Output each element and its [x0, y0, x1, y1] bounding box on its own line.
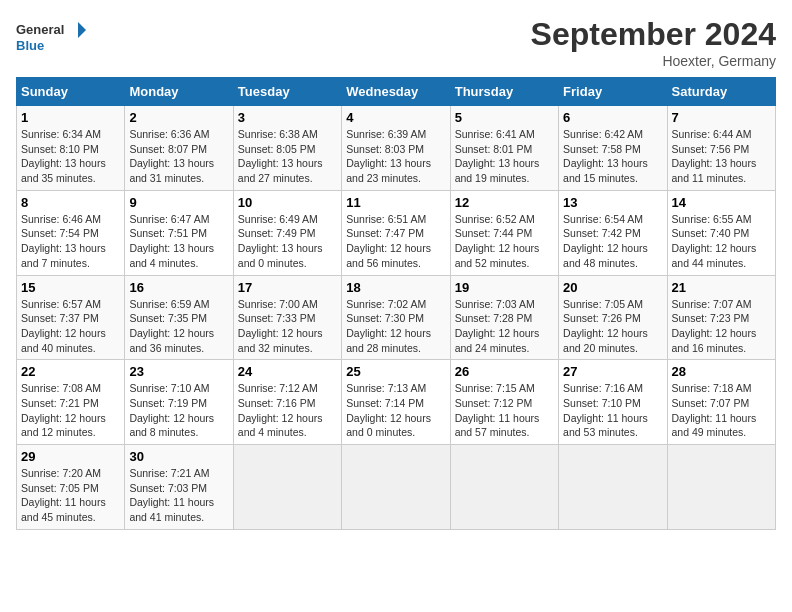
calendar-cell: 18 Sunrise: 7:02 AMSunset: 7:30 PMDaylig… [342, 275, 450, 360]
calendar-cell: 3 Sunrise: 6:38 AMSunset: 8:05 PMDayligh… [233, 106, 341, 191]
day-number: 14 [672, 195, 771, 210]
empty-cell [667, 445, 775, 530]
day-info: Sunrise: 6:41 AMSunset: 8:01 PMDaylight:… [455, 127, 554, 186]
day-number: 16 [129, 280, 228, 295]
empty-cell [450, 445, 558, 530]
calendar-cell: 29 Sunrise: 7:20 AMSunset: 7:05 PMDaylig… [17, 445, 125, 530]
col-friday: Friday [559, 78, 667, 106]
day-number: 12 [455, 195, 554, 210]
day-number: 9 [129, 195, 228, 210]
svg-text:Blue: Blue [16, 38, 44, 53]
day-info: Sunrise: 7:03 AMSunset: 7:28 PMDaylight:… [455, 297, 554, 356]
svg-text:General: General [16, 22, 64, 37]
col-sunday: Sunday [17, 78, 125, 106]
svg-marker-2 [78, 22, 86, 38]
calendar-cell: 25 Sunrise: 7:13 AMSunset: 7:14 PMDaylig… [342, 360, 450, 445]
calendar-cell: 8 Sunrise: 6:46 AMSunset: 7:54 PMDayligh… [17, 190, 125, 275]
calendar-row: 15 Sunrise: 6:57 AMSunset: 7:37 PMDaylig… [17, 275, 776, 360]
col-tuesday: Tuesday [233, 78, 341, 106]
calendar-cell: 23 Sunrise: 7:10 AMSunset: 7:19 PMDaylig… [125, 360, 233, 445]
day-info: Sunrise: 6:51 AMSunset: 7:47 PMDaylight:… [346, 212, 445, 271]
day-number: 10 [238, 195, 337, 210]
header: General Blue September 2024 Hoexter, Ger… [16, 16, 776, 69]
day-info: Sunrise: 6:36 AMSunset: 8:07 PMDaylight:… [129, 127, 228, 186]
empty-cell [342, 445, 450, 530]
day-info: Sunrise: 7:10 AMSunset: 7:19 PMDaylight:… [129, 381, 228, 440]
day-info: Sunrise: 7:21 AMSunset: 7:03 PMDaylight:… [129, 466, 228, 525]
day-info: Sunrise: 7:18 AMSunset: 7:07 PMDaylight:… [672, 381, 771, 440]
calendar-cell: 20 Sunrise: 7:05 AMSunset: 7:26 PMDaylig… [559, 275, 667, 360]
day-info: Sunrise: 7:16 AMSunset: 7:10 PMDaylight:… [563, 381, 662, 440]
calendar-cell: 11 Sunrise: 6:51 AMSunset: 7:47 PMDaylig… [342, 190, 450, 275]
logo-svg: General Blue [16, 16, 86, 58]
calendar-cell: 24 Sunrise: 7:12 AMSunset: 7:16 PMDaylig… [233, 360, 341, 445]
calendar-cell: 28 Sunrise: 7:18 AMSunset: 7:07 PMDaylig… [667, 360, 775, 445]
day-info: Sunrise: 7:20 AMSunset: 7:05 PMDaylight:… [21, 466, 120, 525]
day-number: 2 [129, 110, 228, 125]
calendar-row: 1 Sunrise: 6:34 AMSunset: 8:10 PMDayligh… [17, 106, 776, 191]
calendar-cell: 26 Sunrise: 7:15 AMSunset: 7:12 PMDaylig… [450, 360, 558, 445]
day-info: Sunrise: 7:08 AMSunset: 7:21 PMDaylight:… [21, 381, 120, 440]
day-number: 24 [238, 364, 337, 379]
day-info: Sunrise: 6:52 AMSunset: 7:44 PMDaylight:… [455, 212, 554, 271]
calendar-row: 29 Sunrise: 7:20 AMSunset: 7:05 PMDaylig… [17, 445, 776, 530]
calendar-body: 1 Sunrise: 6:34 AMSunset: 8:10 PMDayligh… [17, 106, 776, 530]
day-number: 26 [455, 364, 554, 379]
day-info: Sunrise: 6:55 AMSunset: 7:40 PMDaylight:… [672, 212, 771, 271]
calendar-cell: 19 Sunrise: 7:03 AMSunset: 7:28 PMDaylig… [450, 275, 558, 360]
calendar-cell: 2 Sunrise: 6:36 AMSunset: 8:07 PMDayligh… [125, 106, 233, 191]
calendar-table: Sunday Monday Tuesday Wednesday Thursday… [16, 77, 776, 530]
location: Hoexter, Germany [531, 53, 776, 69]
calendar-cell: 6 Sunrise: 6:42 AMSunset: 7:58 PMDayligh… [559, 106, 667, 191]
day-info: Sunrise: 6:46 AMSunset: 7:54 PMDaylight:… [21, 212, 120, 271]
month-title: September 2024 [531, 16, 776, 53]
day-info: Sunrise: 6:49 AMSunset: 7:49 PMDaylight:… [238, 212, 337, 271]
calendar-cell: 4 Sunrise: 6:39 AMSunset: 8:03 PMDayligh… [342, 106, 450, 191]
title-block: September 2024 Hoexter, Germany [531, 16, 776, 69]
calendar-header: Sunday Monday Tuesday Wednesday Thursday… [17, 78, 776, 106]
calendar-cell: 30 Sunrise: 7:21 AMSunset: 7:03 PMDaylig… [125, 445, 233, 530]
day-number: 28 [672, 364, 771, 379]
day-number: 17 [238, 280, 337, 295]
day-info: Sunrise: 6:44 AMSunset: 7:56 PMDaylight:… [672, 127, 771, 186]
calendar-row: 22 Sunrise: 7:08 AMSunset: 7:21 PMDaylig… [17, 360, 776, 445]
day-info: Sunrise: 6:59 AMSunset: 7:35 PMDaylight:… [129, 297, 228, 356]
calendar-cell: 10 Sunrise: 6:49 AMSunset: 7:49 PMDaylig… [233, 190, 341, 275]
day-info: Sunrise: 6:39 AMSunset: 8:03 PMDaylight:… [346, 127, 445, 186]
calendar-cell: 12 Sunrise: 6:52 AMSunset: 7:44 PMDaylig… [450, 190, 558, 275]
calendar-cell: 22 Sunrise: 7:08 AMSunset: 7:21 PMDaylig… [17, 360, 125, 445]
calendar-cell: 14 Sunrise: 6:55 AMSunset: 7:40 PMDaylig… [667, 190, 775, 275]
day-info: Sunrise: 7:15 AMSunset: 7:12 PMDaylight:… [455, 381, 554, 440]
day-number: 15 [21, 280, 120, 295]
col-saturday: Saturday [667, 78, 775, 106]
calendar-cell: 15 Sunrise: 6:57 AMSunset: 7:37 PMDaylig… [17, 275, 125, 360]
day-number: 4 [346, 110, 445, 125]
col-wednesday: Wednesday [342, 78, 450, 106]
header-row: Sunday Monday Tuesday Wednesday Thursday… [17, 78, 776, 106]
day-info: Sunrise: 7:05 AMSunset: 7:26 PMDaylight:… [563, 297, 662, 356]
calendar-cell: 5 Sunrise: 6:41 AMSunset: 8:01 PMDayligh… [450, 106, 558, 191]
logo: General Blue [16, 16, 86, 58]
day-number: 13 [563, 195, 662, 210]
calendar-cell: 27 Sunrise: 7:16 AMSunset: 7:10 PMDaylig… [559, 360, 667, 445]
day-number: 8 [21, 195, 120, 210]
day-info: Sunrise: 6:38 AMSunset: 8:05 PMDaylight:… [238, 127, 337, 186]
day-info: Sunrise: 7:12 AMSunset: 7:16 PMDaylight:… [238, 381, 337, 440]
calendar-cell: 17 Sunrise: 7:00 AMSunset: 7:33 PMDaylig… [233, 275, 341, 360]
col-monday: Monday [125, 78, 233, 106]
day-info: Sunrise: 7:02 AMSunset: 7:30 PMDaylight:… [346, 297, 445, 356]
day-info: Sunrise: 6:57 AMSunset: 7:37 PMDaylight:… [21, 297, 120, 356]
day-number: 11 [346, 195, 445, 210]
day-number: 18 [346, 280, 445, 295]
day-number: 29 [21, 449, 120, 464]
calendar-cell: 21 Sunrise: 7:07 AMSunset: 7:23 PMDaylig… [667, 275, 775, 360]
day-number: 1 [21, 110, 120, 125]
day-info: Sunrise: 6:42 AMSunset: 7:58 PMDaylight:… [563, 127, 662, 186]
calendar-cell: 1 Sunrise: 6:34 AMSunset: 8:10 PMDayligh… [17, 106, 125, 191]
calendar-cell: 9 Sunrise: 6:47 AMSunset: 7:51 PMDayligh… [125, 190, 233, 275]
calendar-cell: 16 Sunrise: 6:59 AMSunset: 7:35 PMDaylig… [125, 275, 233, 360]
day-info: Sunrise: 7:07 AMSunset: 7:23 PMDaylight:… [672, 297, 771, 356]
day-info: Sunrise: 7:00 AMSunset: 7:33 PMDaylight:… [238, 297, 337, 356]
day-number: 30 [129, 449, 228, 464]
day-number: 27 [563, 364, 662, 379]
